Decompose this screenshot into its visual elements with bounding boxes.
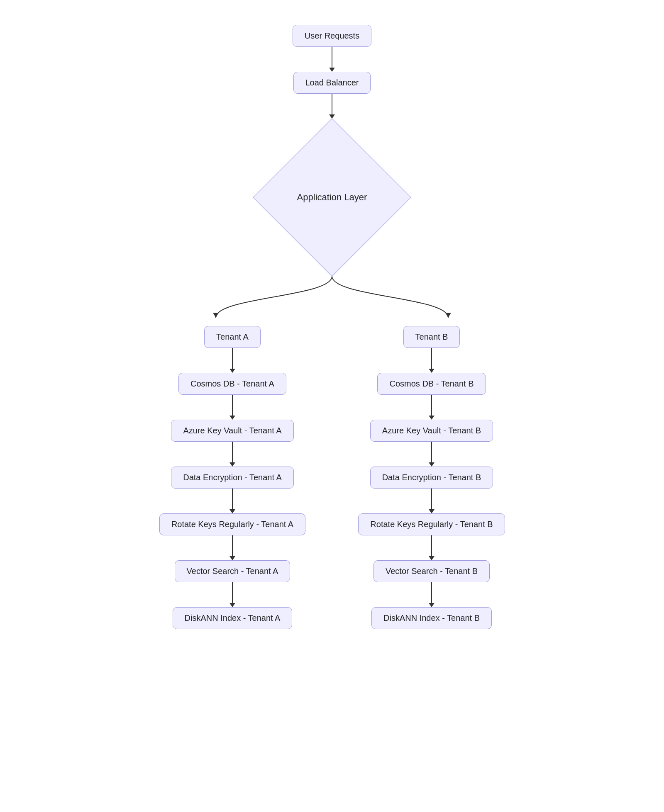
arrow-b-3 <box>429 442 435 467</box>
svg-marker-1 <box>445 313 451 318</box>
node-tenant-b: Tenant B <box>403 326 460 348</box>
split-branches: Tenant A Cosmos DB - Tenant A Azure Key … <box>120 326 544 629</box>
arrow-a-3 <box>229 442 235 467</box>
node-user-requests: User Requests <box>293 25 371 47</box>
branch-tenant-a: Tenant A Cosmos DB - Tenant A Azure Key … <box>133 326 332 629</box>
node-keyvault-a: Azure Key Vault - Tenant A <box>171 420 293 442</box>
arrow-a-5 <box>229 535 235 560</box>
arrow-lb-to-app <box>329 94 335 119</box>
arrow-a-2 <box>229 395 235 420</box>
node-rotate-b: Rotate Keys Regularly - Tenant B <box>358 513 505 535</box>
node-application-layer-wrapper: Application Layer <box>253 119 411 276</box>
node-diskann-a: DiskANN Index - Tenant A <box>173 607 293 629</box>
branch-tenant-b: Tenant B Cosmos DB - Tenant B Azure Key … <box>332 326 531 629</box>
node-application-layer-diamond <box>253 118 411 277</box>
arrow-b-4 <box>429 489 435 513</box>
node-cosmos-b: Cosmos DB - Tenant B <box>377 373 486 395</box>
node-load-balancer: Load Balancer <box>293 72 371 94</box>
node-vector-a: Vector Search - Tenant A <box>175 560 290 582</box>
node-cosmos-a: Cosmos DB - Tenant A <box>178 373 286 395</box>
node-rotate-a: Rotate Keys Regularly - Tenant A <box>159 513 305 535</box>
arrow-user-to-lb <box>329 47 335 72</box>
node-tenant-a: Tenant A <box>204 326 261 348</box>
arrow-a-6 <box>229 582 235 607</box>
arrow-b-2 <box>429 395 435 420</box>
split-arrows-svg <box>124 276 540 326</box>
node-keyvault-b: Azure Key Vault - Tenant B <box>370 420 493 442</box>
svg-marker-0 <box>213 313 219 318</box>
node-encryption-b: Data Encryption - Tenant B <box>370 467 493 489</box>
arrow-b-5 <box>429 535 435 560</box>
flowchart-diagram: User Requests Load Balancer Application … <box>104 0 560 654</box>
arrow-b-6 <box>429 582 435 607</box>
arrow-a-4 <box>229 489 235 513</box>
arrow-b-1 <box>429 348 435 373</box>
node-vector-b: Vector Search - Tenant B <box>374 560 490 582</box>
arrow-a-1 <box>229 348 235 373</box>
node-diskann-b: DiskANN Index - Tenant B <box>371 607 492 629</box>
node-encryption-a: Data Encryption - Tenant A <box>171 467 294 489</box>
